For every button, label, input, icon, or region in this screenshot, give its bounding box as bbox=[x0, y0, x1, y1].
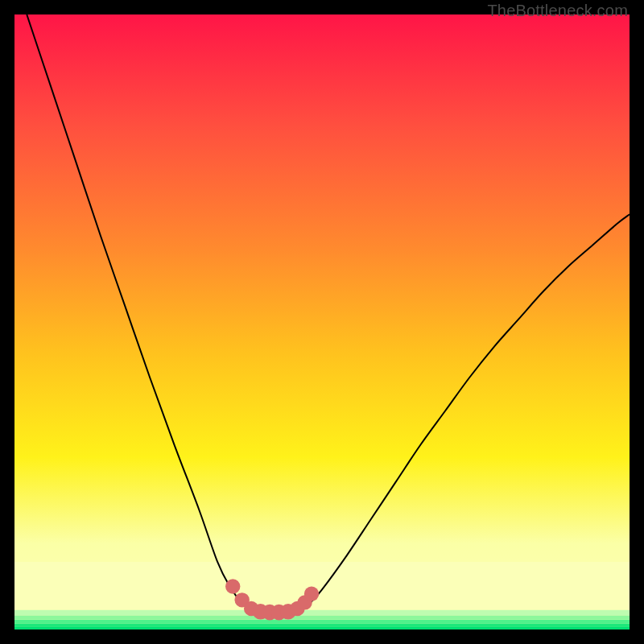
bottom-color-bands bbox=[14, 562, 630, 630]
watermark-text: TheBottleneck.com bbox=[487, 2, 628, 20]
green-thin-2 bbox=[14, 623, 630, 626]
green-thin-1 bbox=[14, 626, 630, 630]
bottleneck-chart bbox=[14, 14, 630, 630]
pale-yellow bbox=[14, 562, 630, 610]
green-thin-5 bbox=[14, 610, 630, 616]
gradient-background bbox=[14, 14, 630, 630]
marker-dot bbox=[304, 586, 319, 601]
marker-dot bbox=[225, 579, 240, 593]
green-thin-4 bbox=[14, 615, 630, 619]
green-thin-3 bbox=[14, 620, 630, 624]
